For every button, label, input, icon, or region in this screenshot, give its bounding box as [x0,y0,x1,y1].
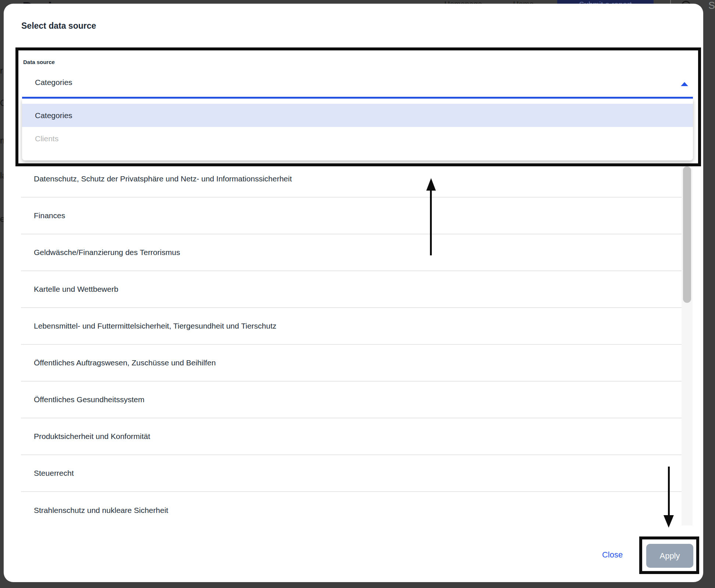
list-item[interactable]: Strahlenschutz und nukleare Sicherheit [21,492,682,529]
background-nav-homepage: Homepage [444,0,482,4]
list-item[interactable]: Öffentliches Auftragswesen, Zuschüsse un… [21,345,682,382]
background-right-text-fragment: Se [708,1,715,11]
chevron-up-icon [681,82,688,86]
dropdown-option-categories[interactable]: Categories [22,104,693,127]
background-app-title: rm Designer [1,0,82,4]
list-item[interactable]: Kartelle und Wettbewerb [21,271,682,308]
search-icon [682,1,690,4]
category-list: Datenschutz, Schutz der Privatsphäre und… [21,161,682,529]
scrollbar-track[interactable] [682,166,693,525]
background-nav-home: Home [513,0,534,4]
dialog-title: Select data source [21,21,96,31]
background-header-divider [670,0,671,4]
close-button[interactable]: Close [592,550,633,560]
list-item[interactable]: Steuerrecht [21,455,682,492]
background-header-strip: rm Designer Homepage Home Submit a repor… [0,0,715,4]
data-source-field-label: Data source [23,59,55,65]
list-item[interactable]: Finances [21,198,682,234]
list-item[interactable]: Produktsicherheit und Konformität [21,418,682,455]
dropdown-option-clients[interactable]: Clients [22,127,693,150]
list-item[interactable]: Öffentliches Gesundheitssystem [21,382,682,418]
scrollbar-thumb[interactable] [683,166,691,303]
data-source-dropdown-menu: CategoriesClients [22,99,693,160]
select-data-source-dialog: Select data source Data source Categorie… [4,4,703,582]
background-submit-report-button: Submit a report [557,0,654,4]
data-source-select[interactable]: Categories [35,78,72,87]
apply-button[interactable]: Apply [646,544,693,568]
list-item[interactable]: Geldwäsche/Finanzierung des Terrorismus [21,234,682,271]
list-item[interactable]: Lebensmittel- und Futtermittelsicherheit… [21,308,682,345]
list-item[interactable]: Datenschutz, Schutz der Privatsphäre und… [21,161,682,198]
background-left-text-fragment: r [0,66,3,75]
background-right-strip: Se [703,0,715,588]
